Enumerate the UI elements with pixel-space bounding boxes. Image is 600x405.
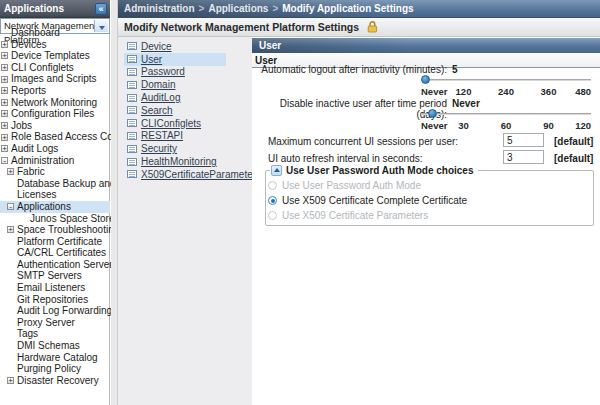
sidebar-item-images-and-scripts[interactable]: +Images and Scripts [0,73,110,85]
sidebar-item-purging-policy[interactable]: Purging Policy [0,363,110,375]
category-link[interactable]: Password [141,66,185,77]
expand-plus-icon[interactable]: + [7,377,14,384]
expand-plus-icon[interactable]: + [7,226,14,233]
sidebar-item-dashboard[interactable]: Dashboard [0,27,110,39]
sidebar-item-fabric[interactable]: +Fabric [0,166,110,178]
sidebar-item-audit-logs[interactable]: +Audit Logs [0,143,110,155]
sidebar-item-label: Tags [17,328,38,340]
tree-indent-spacer [7,180,14,187]
slider-thumb[interactable] [421,75,430,84]
category-link[interactable]: Device [141,41,172,52]
category-item-restapi[interactable]: RESTAPI [124,130,226,143]
sidebar-item-reports[interactable]: +Reports [0,85,110,97]
expand-plus-icon[interactable]: + [1,64,8,71]
sidebar-splitter[interactable] [111,0,118,405]
sidebar-item-email-listeners[interactable]: Email Listeners [0,282,110,294]
slider-thumb[interactable] [428,109,437,118]
sidebar-item-hardware-catalog[interactable]: Hardware Catalog [0,352,110,364]
expand-plus-icon[interactable]: + [1,87,8,94]
category-item-search[interactable]: Search [124,104,226,117]
category-item-cliconfiglets[interactable]: CLIConfiglets [124,117,226,130]
sidebar-item-network-monitoring[interactable]: +Network Monitoring [0,97,110,109]
sidebar-item-smtp-servers[interactable]: SMTP Servers [0,270,110,282]
sidebar-item-space-troubleshooting[interactable]: +Space Troubleshooting [0,224,110,236]
radio-icon[interactable] [268,181,277,190]
category-link[interactable]: Domain [141,79,175,90]
breadcrumb-administration[interactable]: Administration [124,3,195,14]
collapse-minus-icon[interactable]: - [7,203,14,210]
radio-selected-icon[interactable] [268,196,277,205]
collapse-arrow-icon[interactable] [271,165,282,176]
sidebar-item-role-based-access-control[interactable]: +Role Based Access Control [0,131,110,143]
radio-x509-complete-certificate[interactable]: Use X509 Certificate Complete Certificat… [268,195,467,206]
category-link[interactable]: CLIConfiglets [141,118,201,129]
category-link[interactable]: Search [141,105,173,116]
expand-plus-icon[interactable]: + [1,110,8,117]
settings-category-list: DeviceUserPasswordDomainAuditLogSearchCL… [124,40,226,181]
expand-plus-icon[interactable]: + [1,52,8,59]
tree-indent-spacer [7,308,14,315]
sidebar-item-junos-space-store[interactable]: Junos Space Store [0,213,110,225]
sidebar-item-label: DMI Schemas [17,340,80,352]
sidebar-item-audit-log-forwarding[interactable]: Audit Log Forwarding [0,305,110,317]
radio-user-password-auth[interactable]: Use User Password Auth Mode [268,180,421,191]
category-link[interactable]: User [141,54,162,65]
sidebar-item-administration[interactable]: -Administration [0,155,110,167]
expand-plus-icon[interactable]: + [1,145,8,152]
expand-plus-icon[interactable]: + [1,99,8,106]
radio-x509-certificate-parameters[interactable]: Use X509 Certificate Parameters [268,210,428,221]
sidebar-item-dmi-schemas[interactable]: DMI Schemas [0,340,110,352]
sidebar-item-device-templates[interactable]: +Device Templates [0,50,110,62]
category-item-x509certificateparameters[interactable]: X509CertificateParameters [124,168,226,181]
sidebar-item-devices[interactable]: +Devices [0,39,110,51]
category-item-healthmonitoring[interactable]: HealthMonitoring [124,155,226,168]
auto-logout-slider[interactable] [421,75,591,85]
category-link[interactable]: RESTAPI [141,130,183,141]
slider-track[interactable] [421,79,591,81]
sidebar-item-configuration-files[interactable]: +Configuration Files [0,108,110,120]
category-link[interactable]: HealthMonitoring [141,156,217,167]
expand-plus-icon[interactable]: + [1,122,8,129]
max-sessions-input[interactable] [503,133,544,147]
category-link[interactable]: X509CertificateParameters [141,169,261,180]
sidebar-item-proxy-server[interactable]: Proxy Server [0,317,110,329]
category-link[interactable]: AuditLog [141,92,180,103]
tree-indent-spacer [1,29,8,36]
sidebar-item-label: Audit Logs [11,143,58,155]
disable-inactive-value: Never [452,98,480,109]
sidebar-item-ca-crl-certificates[interactable]: CA/CRL Certificates [0,247,110,259]
sidebar-collapse-icon[interactable]: « [95,3,107,15]
sidebar-item-label: Purging Policy [17,363,81,375]
expand-plus-icon[interactable]: + [1,76,8,83]
auto-logout-value: 5 [452,64,458,75]
category-item-domain[interactable]: Domain [124,78,226,91]
category-item-device[interactable]: Device [124,40,226,53]
category-link[interactable]: Security [141,143,177,154]
radio-icon[interactable] [268,211,277,220]
sidebar-item-platform-certificate[interactable]: Platform Certificate [0,236,110,248]
category-item-user[interactable]: User [124,53,226,66]
sidebar-item-database-backup-and-restore[interactable]: Database Backup and Restore [0,178,110,190]
sidebar-item-cli-configlets[interactable]: +CLI Configlets [0,62,110,74]
breadcrumb-applications[interactable]: Applications [208,3,268,14]
settings-form-icon [127,42,137,50]
slider-track[interactable] [421,113,591,115]
sidebar-item-tags[interactable]: Tags [0,328,110,340]
collapse-minus-icon[interactable]: - [1,157,8,164]
category-item-password[interactable]: Password [124,66,226,79]
sidebar-item-applications[interactable]: -Applications [0,201,110,213]
refresh-interval-input[interactable] [503,150,544,164]
expand-plus-icon[interactable]: + [1,134,8,141]
sidebar-item-label: Hardware Catalog [17,352,98,364]
sidebar-item-licenses[interactable]: Licenses [0,189,110,201]
category-item-security[interactable]: Security [124,142,226,155]
disable-inactive-slider[interactable] [421,109,591,119]
category-item-auditlog[interactable]: AuditLog [124,91,226,104]
sidebar-item-authentication-servers[interactable]: Authentication Servers [0,259,110,271]
sidebar-item-disaster-recovery[interactable]: +Disaster Recovery [0,375,110,387]
expand-plus-icon[interactable]: + [7,168,14,175]
expand-plus-icon[interactable]: + [1,41,8,48]
sidebar-item-jobs[interactable]: +Jobs [0,120,110,132]
sidebar-item-git-repositories[interactable]: Git Repositories [0,294,110,306]
breadcrumb-current-page: Modify Application Settings [282,3,413,14]
